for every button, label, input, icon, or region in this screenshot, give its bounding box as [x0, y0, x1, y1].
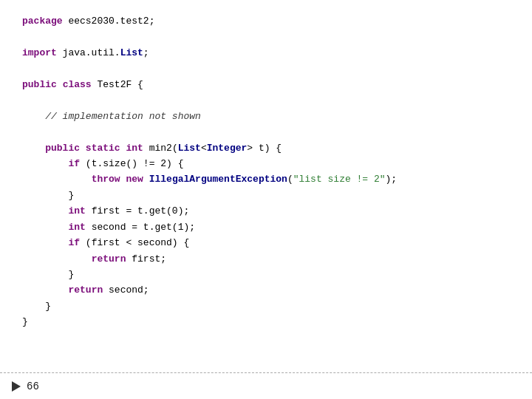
line-close1: } [22, 188, 510, 203]
line-class: public class Test2F { [22, 77, 510, 92]
line-return-first: return first; [22, 251, 510, 267]
line-return-second: return second; [22, 282, 510, 298]
line-close2: } [22, 267, 510, 282]
play-icon [12, 381, 21, 392]
line-method-sig: public static int min2(List<Integer> t) … [22, 140, 510, 156]
line-close3: } [22, 299, 510, 314]
code-block: package eecs2030.test2; import java.util… [0, 0, 532, 330]
line-if: if (t.size() != 2) { [22, 156, 510, 171]
line-import: import java.util.List; [22, 45, 510, 61]
line-package: package eecs2030.test2; [22, 13, 510, 29]
page-number: 66 [27, 381, 39, 392]
line-comment: // implementation not shown [22, 109, 510, 124]
line-if-first: if (first < second) { [22, 235, 510, 250]
bottom-bar: 66 [0, 372, 532, 399]
line-throw: throw new IllegalArgumentException("list… [22, 171, 510, 187]
line-close4: } [22, 314, 510, 330]
line-int-first: int first = t.get(0); [22, 203, 510, 219]
line-int-second: int second = t.get(1); [22, 219, 510, 235]
